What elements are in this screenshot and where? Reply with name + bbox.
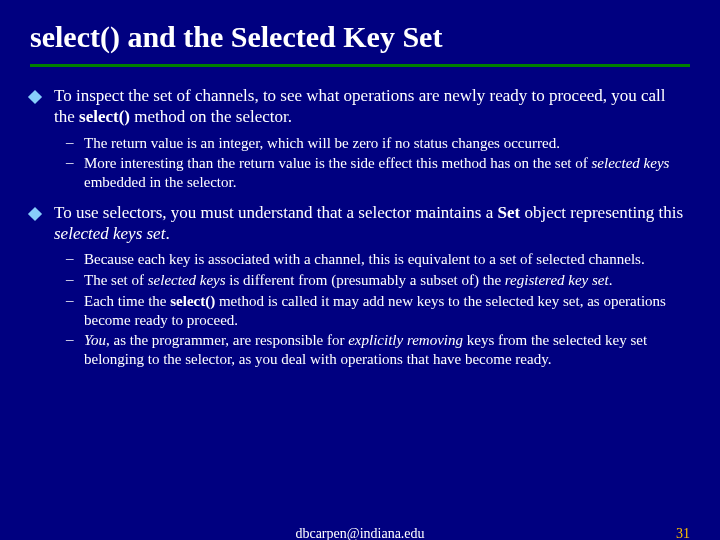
sub-bullet-text: Each time the select() method is called …: [84, 292, 690, 330]
dash-bullet-icon: –: [66, 271, 80, 288]
footer-email: dbcarpen@indiana.edu: [295, 526, 424, 540]
text-run: The set of: [84, 272, 148, 288]
sub-bullet-item: – The return value is an integer, which …: [66, 134, 690, 153]
bullet-item: To use selectors, you must understand th…: [30, 202, 690, 245]
text-run: , as the programmer, are responsible for: [106, 332, 348, 348]
text-run: method on the selector.: [130, 107, 292, 126]
sub-list: – The return value is an integer, which …: [66, 134, 690, 192]
text-run: object representing this: [520, 203, 683, 222]
sub-bullet-text: More interesting than the return value i…: [84, 154, 690, 192]
title-underline: [30, 64, 690, 67]
text-bold: select(): [170, 293, 215, 309]
sub-bullet-text: Because each key is associated with a ch…: [84, 250, 645, 269]
bullet-item: To inspect the set of channels, to see w…: [30, 85, 690, 128]
sub-bullet-text: The return value is an integer, which wi…: [84, 134, 560, 153]
text-run: Each time the: [84, 293, 170, 309]
sub-bullet-item: – Because each key is associated with a …: [66, 250, 690, 269]
text-bold: select(): [79, 107, 130, 126]
text-bold: Set: [498, 203, 521, 222]
text-italic: You: [84, 332, 106, 348]
dash-bullet-icon: –: [66, 292, 80, 309]
text-run: More interesting than the return value i…: [84, 155, 592, 171]
dash-bullet-icon: –: [66, 134, 80, 151]
text-run: embedded in the selector.: [84, 174, 236, 190]
bullet-text: To inspect the set of channels, to see w…: [54, 85, 690, 128]
sub-bullet-item: – The set of selected keys is different …: [66, 271, 690, 290]
text-italic: selected keys: [592, 155, 670, 171]
slide-title: select() and the Selected Key Set: [0, 0, 720, 64]
sub-bullet-item: – You, as the programmer, are responsibl…: [66, 331, 690, 369]
sub-bullet-text: You, as the programmer, are responsible …: [84, 331, 690, 369]
text-run: To use selectors, you must understand th…: [54, 203, 498, 222]
text-run: .: [165, 224, 169, 243]
text-italic: selected keys set: [54, 224, 165, 243]
sub-bullet-text: The set of selected keys is different fr…: [84, 271, 612, 290]
dash-bullet-icon: –: [66, 250, 80, 267]
sub-bullet-item: – More interesting than the return value…: [66, 154, 690, 192]
page-number: 31: [676, 526, 690, 540]
sub-bullet-item: – Each time the select() method is calle…: [66, 292, 690, 330]
dash-bullet-icon: –: [66, 154, 80, 171]
diamond-bullet-icon: [28, 90, 42, 104]
dash-bullet-icon: –: [66, 331, 80, 348]
slide-body: To inspect the set of channels, to see w…: [0, 85, 720, 369]
text-run: is different from (presumably a subset o…: [226, 272, 505, 288]
text-italic: registered key set: [505, 272, 609, 288]
bullet-text: To use selectors, you must understand th…: [54, 202, 690, 245]
text-italic: selected keys: [148, 272, 226, 288]
text-run: .: [609, 272, 613, 288]
sub-list: – Because each key is associated with a …: [66, 250, 690, 369]
text-italic: explicitly removing: [348, 332, 463, 348]
diamond-bullet-icon: [28, 207, 42, 221]
